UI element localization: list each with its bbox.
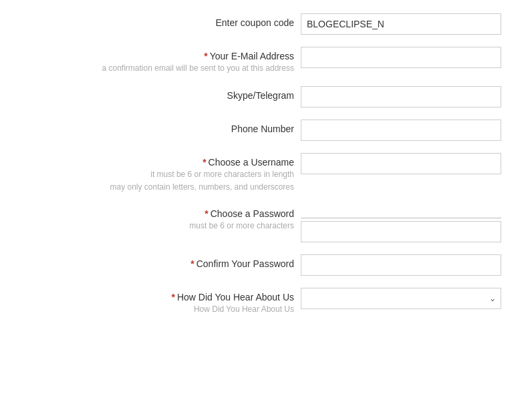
username-input[interactable]	[301, 153, 501, 174]
phone-label-col: Phone Number	[7, 120, 301, 134]
password-label: Choose a Password	[211, 208, 294, 219]
coupon-input[interactable]	[301, 13, 501, 35]
username-hint1: it must be 6 or more characters in lengt…	[7, 169, 294, 180]
confirm-password-input-col	[301, 254, 525, 276]
how-heard-required-star: *	[171, 292, 174, 302]
username-hint2: may only contain letters, numbers, and u…	[7, 182, 294, 193]
skype-label-col: Skype/Telegram	[7, 86, 301, 101]
coupon-label-col: Enter coupon code	[7, 13, 301, 28]
how-heard-label: How Did You Hear About Us	[177, 292, 294, 302]
how-heard-row: *How Did You Hear About Us How Did You H…	[0, 288, 532, 315]
password-divider	[301, 218, 501, 218]
phone-input[interactable]	[301, 120, 501, 141]
password-input[interactable]	[301, 221, 501, 242]
confirm-password-label-col: *Confirm Your Password	[7, 254, 301, 269]
how-heard-input-col: ⌄	[301, 288, 525, 309]
confirm-password-input[interactable]	[301, 254, 501, 276]
email-required-star: *	[204, 51, 207, 61]
password-row: *Choose a Password must be 6 or more cha…	[0, 204, 532, 242]
password-label-col: *Choose a Password must be 6 or more cha…	[7, 204, 301, 232]
confirm-password-required-star: *	[190, 258, 194, 269]
skype-input-col	[301, 86, 525, 108]
how-heard-label-col: *How Did You Hear About Us How Did You H…	[7, 288, 301, 315]
how-heard-select[interactable]	[301, 288, 501, 309]
phone-label: Phone Number	[231, 124, 294, 134]
password-hint: must be 6 or more characters	[7, 220, 294, 232]
skype-input[interactable]	[301, 86, 501, 108]
username-required-star: *	[203, 157, 206, 168]
phone-row: Phone Number	[0, 120, 532, 141]
username-label-col: *Choose a Username it must be 6 or more …	[7, 153, 301, 193]
confirm-password-label: Confirm Your Password	[196, 258, 294, 269]
password-required-star: *	[205, 208, 208, 219]
how-heard-select-wrapper: ⌄	[301, 288, 501, 309]
username-label: Choose a Username	[209, 157, 294, 168]
coupon-label: Enter coupon code	[215, 17, 294, 28]
how-heard-hint: How Did You Hear About Us	[7, 304, 294, 315]
password-input-col	[301, 204, 525, 242]
email-label: Your E-Mail Address	[210, 51, 294, 61]
username-row: *Choose a Username it must be 6 or more …	[0, 153, 532, 193]
coupon-row: Enter coupon code	[0, 13, 532, 35]
confirm-password-row: *Confirm Your Password	[0, 254, 532, 276]
email-input[interactable]	[301, 47, 501, 68]
phone-input-col	[301, 120, 525, 141]
username-input-col	[301, 153, 525, 174]
coupon-input-col	[301, 13, 525, 35]
email-input-col	[301, 47, 525, 68]
skype-label: Skype/Telegram	[227, 90, 294, 101]
email-hint: a confirmation email will be sent to you…	[7, 63, 294, 74]
email-row: *Your E-Mail Address a confirmation emai…	[0, 47, 532, 74]
registration-form: Enter coupon code *Your E-Mail Address a…	[0, 0, 532, 341]
skype-row: Skype/Telegram	[0, 86, 532, 108]
email-label-col: *Your E-Mail Address a confirmation emai…	[7, 47, 301, 74]
